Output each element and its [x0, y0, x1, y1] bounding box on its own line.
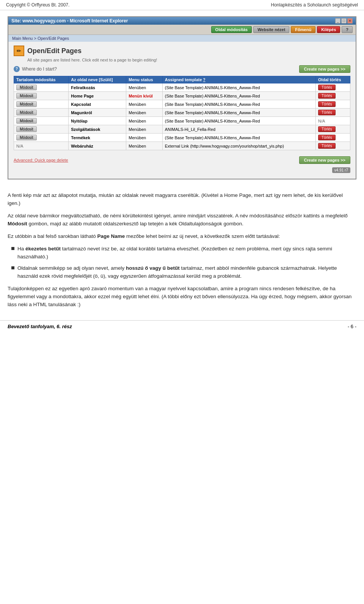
- table-row: Módosít Feliratkozás Menüben (Site Base …: [14, 83, 350, 92]
- paragraph-3: Ez utóbbin a bal felső sarokban látható …: [8, 233, 356, 241]
- modify-cell: Módosít: [14, 109, 69, 117]
- list-item: Ha ékezetes betűt tartalmazó nevet írsz …: [11, 245, 356, 261]
- menu-status-cell: Menüben: [126, 109, 162, 117]
- list-item: Oldalnak semmiképp se adj olyan nevet, a…: [11, 264, 356, 280]
- paragraph-4: Tulajdonképpen ez az egyetlen apró zavar…: [8, 285, 356, 309]
- page-name-cell: Kapcsolat: [69, 100, 126, 109]
- modify-cell: Módosít: [14, 83, 69, 92]
- bullet-icon: [11, 247, 14, 250]
- col-header-modify: Tartalom módosítás: [14, 76, 69, 83]
- modify-button[interactable]: Módosít: [16, 85, 37, 90]
- delete-button[interactable]: Törlés: [318, 126, 336, 132]
- modify-button[interactable]: Módosít: [16, 126, 37, 132]
- table-row: Módosít Home Page Menün kívül (Site Base…: [14, 92, 350, 100]
- delete-button[interactable]: Törlés: [318, 101, 336, 107]
- delete-button[interactable]: Törlés: [318, 135, 336, 140]
- col-header-template: Assigned template ?: [162, 76, 315, 83]
- modify-button[interactable]: Módosít: [16, 135, 37, 140]
- delete-button[interactable]: Törlés: [318, 93, 336, 99]
- admin-title-row: ✏ Open/Edit Pages: [14, 46, 350, 56]
- version-badge: v4.91 r7: [332, 167, 350, 173]
- footer-right: - 6 -: [348, 324, 356, 329]
- modify-button[interactable]: Módosít: [16, 101, 37, 107]
- create-new-top-button[interactable]: Create new pages >>: [299, 65, 350, 73]
- bullet-text-1: Ha ékezetes betűt tartalmazó nevet írsz …: [17, 245, 356, 261]
- modify-na-cell: N/A: [14, 142, 69, 150]
- menu-status-cell: Menüben: [126, 100, 162, 109]
- paragraph-1: A fenti kép már azt az állapotot mutatja…: [8, 192, 356, 208]
- pages-table: Tartalom módosítás Az oldal neve [Szülő]…: [14, 76, 350, 150]
- modify-button[interactable]: Módosít: [16, 118, 37, 124]
- oldal-modositas-button[interactable]: Oldal módosítás: [211, 26, 252, 33]
- browser-window: Site: www.hogyvagy.com - Microsoft Inter…: [8, 16, 356, 179]
- admin-page-title: Open/Edit Pages: [27, 47, 82, 55]
- template-cell: External Link (http://www.hogyvagy.com/y…: [162, 142, 315, 150]
- where-row: ? Where do I start? Create new pages >>: [14, 65, 350, 73]
- template-cell: (Site Base Template) ANIMALS-Kittens_Aww…: [162, 100, 315, 109]
- page-name-cell: Feliratkozás: [69, 83, 126, 92]
- table-row: Módosít Magunkról Menüben (Site Base Tem…: [14, 109, 350, 117]
- version-row: v4.91 r7: [14, 165, 350, 175]
- menu-status-cell: Menün kívül: [126, 92, 162, 100]
- browser-toolbar: Oldal módosítás Website nézet Főmenü Kil…: [8, 25, 356, 35]
- delete-cell: Törlés: [316, 83, 350, 92]
- delete-cell: Törlés: [316, 92, 350, 100]
- admin-area: Main Menu > Open/Edit Pages ✏ Open/Edit …: [8, 35, 356, 179]
- menu-status-cell: Menüben: [126, 117, 162, 125]
- minimize-button[interactable]: _: [335, 18, 340, 24]
- footer-left: Bevezető tanfolyam, 6. rész: [8, 324, 72, 329]
- delete-cell: Törlés: [316, 109, 350, 117]
- modify-button[interactable]: Módosít: [16, 110, 37, 115]
- help-circle-icon: ?: [14, 66, 20, 72]
- modify-cell: Módosít: [14, 134, 69, 142]
- kilepes-button[interactable]: Kilépés: [317, 26, 340, 33]
- template-cell: (Site Base Template) ANIMALS-Kittens_Aww…: [162, 117, 315, 125]
- admin-content: ✏ Open/Edit Pages All site pages are lis…: [8, 42, 356, 179]
- col-header-name: Az oldal neve [Szülő]: [69, 76, 126, 83]
- modify-button[interactable]: Módosít: [16, 93, 37, 99]
- table-row: Módosít Nyitólap Menüben (Site Base Temp…: [14, 117, 350, 125]
- page-name-cell: Home Page: [69, 92, 126, 100]
- page-name-cell: Nyitólap: [69, 117, 126, 125]
- browser-titlebar: Site: www.hogyvagy.com - Microsoft Inter…: [8, 17, 356, 25]
- delete-cell: Törlés: [316, 134, 350, 142]
- menu-status-cell: Menüben: [126, 134, 162, 142]
- text-body: A fenti kép már azt az állapotot mutatja…: [0, 186, 364, 317]
- delete-cell: Törlés: [316, 142, 350, 150]
- template-cell: (Site Base Template) ANIMALS-Kittens_Aww…: [162, 83, 315, 92]
- page-name-cell: Szolgáltatások: [69, 125, 126, 134]
- col-header-delete: Oldal törlés: [316, 76, 350, 83]
- delete-na-cell: N/A: [316, 117, 350, 125]
- template-cell: (Site Base Template) ANIMALS-Kittens_Aww…: [162, 109, 315, 117]
- advanced-quick-delete-link[interactable]: Advanced: Quick page delete: [14, 158, 68, 162]
- delete-cell: Törlés: [316, 125, 350, 134]
- paragraph-2: Az oldal neve bármikor megváltoztatható,…: [8, 212, 356, 228]
- page-name-cell: Magunkról: [69, 109, 126, 117]
- delete-button[interactable]: Törlés: [318, 110, 336, 115]
- delete-cell: Törlés: [316, 100, 350, 109]
- modify-cell: Módosít: [14, 100, 69, 109]
- delete-button[interactable]: Törlés: [318, 85, 336, 90]
- page-name-cell: Termékek: [69, 134, 126, 142]
- window-controls: _ □ ✕: [335, 18, 353, 24]
- template-cell: (Site Base Template) ANIMALS-Kittens_Aww…: [162, 134, 315, 142]
- page-footer: Bevezető tanfolyam, 6. rész - 6 -: [0, 320, 364, 332]
- fomenu-button[interactable]: Főmenü: [291, 26, 315, 33]
- modify-cell: Módosít: [14, 125, 69, 134]
- help-button[interactable]: ?: [342, 26, 353, 33]
- website-nezet-button[interactable]: Website nézet: [253, 26, 289, 33]
- header-right: Honlapkészítés a Soholaunch segítségével: [271, 2, 358, 8]
- menu-status-cell: Menüben: [126, 125, 162, 134]
- template-help-link[interactable]: ?: [203, 78, 206, 82]
- bullet-icon: [11, 266, 14, 269]
- bottom-row: Advanced: Quick page delete Create new p…: [14, 154, 350, 165]
- create-new-bottom-button[interactable]: Create new pages >>: [299, 156, 350, 164]
- menu-status-cell: Menüben: [126, 142, 162, 150]
- header-left: Copyright © Orffyreus Bt. 2007.: [6, 2, 69, 8]
- delete-button[interactable]: Törlés: [318, 143, 336, 149]
- menu-status-cell: Menüben: [126, 83, 162, 92]
- where-label: ? Where do I start?: [14, 66, 57, 72]
- maximize-button[interactable]: □: [341, 18, 347, 24]
- close-button[interactable]: ✕: [347, 18, 353, 24]
- table-row: Módosít Kapcsolat Menüben (Site Base Tem…: [14, 100, 350, 109]
